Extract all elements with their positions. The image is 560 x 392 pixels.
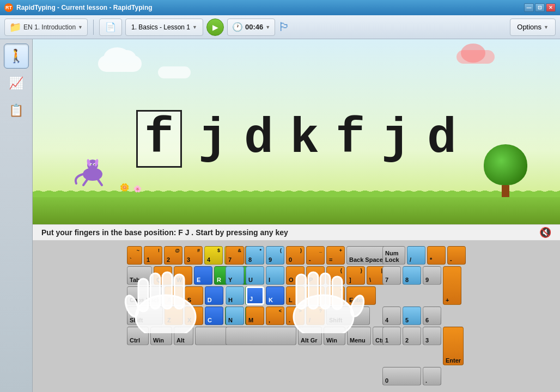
key-num-0[interactable]: 0 [382,367,421,385]
tab-row-right: Y U I O P {[ }] |\ [226,266,394,285]
minimize-button[interactable]: — [524,3,534,12]
key-d[interactable]: D [205,286,223,305]
key-lbracket[interactable]: {[ [326,266,345,285]
window-title: RapidTyping - Current lesson - RapidTypi… [16,4,153,11]
key-s[interactable]: S [185,286,203,305]
speaker-icon[interactable]: 🔇 [539,227,551,238]
sidebar-item-stats[interactable]: 📈 [4,71,29,96]
lessons-icon: 📋 [9,103,23,118]
numpad-row-top: NumLock / * - [382,246,466,265]
cloud-1 [98,56,142,72]
options-button[interactable]: Options ▼ [510,19,556,36]
char-7: d [427,114,456,163]
key-1[interactable]: !1 [144,246,162,265]
key-num-minus[interactable]: - [447,246,466,265]
key-n[interactable]: N [226,307,244,325]
key-win-right[interactable]: Win [324,327,345,345]
key-num-star[interactable]: * [427,246,446,265]
key-capslock[interactable]: Caps Lock [127,286,163,305]
typing-display: f j d k f j d [33,39,560,224]
key-o[interactable]: O [286,266,305,285]
svg-line-9 [98,180,102,185]
key-9[interactable]: (9 [266,246,284,265]
key-i[interactable]: I [266,266,284,285]
key-semicolon[interactable]: :; [306,286,325,305]
key-j[interactable]: J [246,286,264,305]
key-num-9[interactable]: 9 [423,266,441,285]
key-num-plus[interactable]: + [443,266,461,305]
lesson-info-btn[interactable]: 📄 [99,19,122,36]
key-comma[interactable]: <, [266,307,284,325]
key-altgr[interactable]: Alt Gr [298,327,322,345]
key-space-right[interactable] [226,327,296,345]
key-w[interactable]: W [174,266,192,285]
key-num-dot[interactable]: . [423,367,441,385]
key-rbracket[interactable]: }] [346,266,365,285]
key-num-3[interactable]: 3 [423,327,441,345]
key-q[interactable]: Q [154,266,172,285]
play-icon: ▶ [212,23,218,32]
key-p[interactable]: P [306,266,325,285]
key-num-4[interactable]: 4 [382,307,401,325]
key-3[interactable]: #3 [184,246,203,265]
key-4[interactable]: $4 [204,246,223,265]
window-controls[interactable]: — ⊡ ✕ [524,3,556,12]
sidebar-item-typing[interactable]: 🚶 [4,44,29,69]
key-num-enter[interactable]: Enter [443,327,464,365]
key-e[interactable]: E [194,266,212,285]
lesson-selector[interactable]: 1. Basics - Lesson 1 ▼ [125,19,203,36]
key-ctrl-left[interactable]: Ctrl [127,327,149,345]
key-u[interactable]: U [246,266,264,285]
close-button[interactable]: ✕ [546,3,556,12]
key-8[interactable]: *8 [246,246,264,265]
key-backtick[interactable]: ~` [127,246,142,265]
app-icon: RT [4,3,13,12]
flag-button[interactable]: 🏳 [278,20,290,34]
key-x[interactable]: X [185,307,203,325]
key-num-7[interactable]: 7 [382,266,401,285]
key-minus[interactable]: _- [306,246,325,265]
numpad-row-456: 4 5 6 [382,307,466,325]
key-k[interactable]: K [266,286,284,305]
animal-decoration [74,144,112,194]
key-num-6[interactable]: 6 [423,307,441,325]
key-menu[interactable]: Menu [347,327,371,345]
key-a[interactable]: A [165,286,183,305]
key-equals[interactable]: += [326,246,345,265]
key-shift-right[interactable]: Shift [326,307,370,325]
key-period[interactable]: >. [286,307,305,325]
key-num-2[interactable]: 2 [403,327,421,345]
key-quote[interactable]: "' [326,286,345,305]
key-numlock[interactable]: NumLock [382,246,405,265]
key-z[interactable]: Z [165,307,183,325]
course-selector[interactable]: 📁 EN 1. Introduction ▼ [4,19,88,36]
key-m[interactable]: M [246,307,264,325]
key-num-5[interactable]: 5 [403,307,421,325]
lesson-page-icon: 📄 [105,22,116,32]
char-3: d [244,114,273,163]
key-h[interactable]: H [226,286,244,305]
key-l[interactable]: L [286,286,305,305]
key-slash[interactable]: ?/ [306,307,325,325]
key-num-8[interactable]: 8 [403,266,421,285]
key-0[interactable]: )0 [286,246,305,265]
key-7[interactable]: &7 [226,246,244,265]
sidebar-item-lessons[interactable]: 📋 [4,98,29,123]
key-backspace[interactable]: Back Space [346,246,386,265]
key-tab[interactable]: Tab [127,266,152,285]
key-y[interactable]: Y [226,266,244,285]
key-shift-left[interactable]: Shift [127,307,163,325]
key-enter[interactable]: Enter [346,286,376,305]
status-message: Put your fingers in the base position: F… [41,228,288,237]
ground [33,192,560,224]
key-num-slash[interactable]: / [407,246,425,265]
key-num-1[interactable]: 1 [382,327,401,345]
key-2[interactable]: @2 [164,246,182,265]
maximize-button[interactable]: ⊡ [535,3,545,12]
play-button[interactable]: ▶ [206,19,224,36]
key-win-left[interactable]: Win [150,327,172,345]
key-alt-left[interactable]: Alt [174,327,193,345]
key-c[interactable]: C [205,307,223,325]
char-5: f [336,114,365,163]
timer-value: 00:46 [245,23,263,31]
